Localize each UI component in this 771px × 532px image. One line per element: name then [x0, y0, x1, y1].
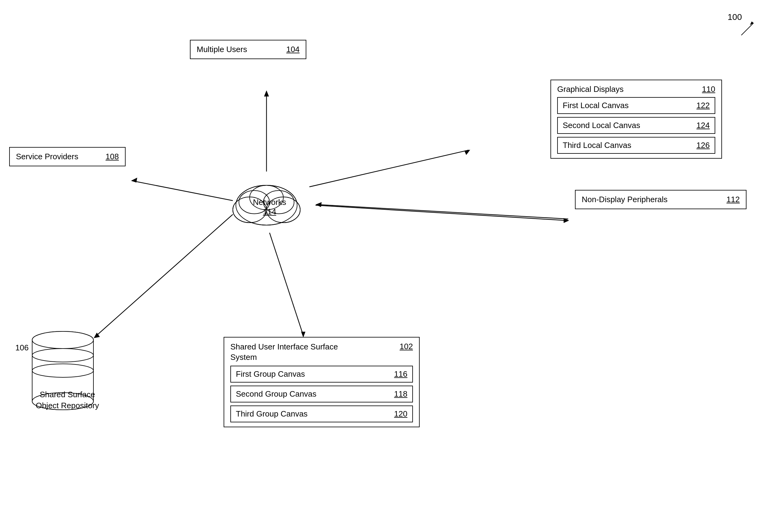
svg-marker-7: [464, 150, 470, 155]
networks-label: Networks 114: [245, 198, 294, 217]
svg-line-6: [309, 150, 469, 187]
non-display-peripherals-box: Non-Display Peripherals 112: [575, 190, 746, 209]
non-display-ref: 112: [727, 195, 740, 204]
service-providers-ref: 108: [106, 152, 119, 161]
first-local-canvas-box: First Local Canvas 122: [557, 97, 715, 114]
svg-line-10: [270, 233, 303, 335]
shared-ui-label: Shared User Interface Surface System: [230, 342, 338, 363]
first-group-canvas-label: First Group Canvas: [236, 369, 305, 379]
graphical-displays-ref: 110: [702, 85, 715, 94]
first-local-canvas-ref: 122: [697, 101, 710, 110]
second-group-canvas-box: Second Group Canvas 118: [230, 386, 413, 402]
diagram: 100 Multiple Users 104 Service Providers…: [0, 0, 771, 532]
multiple-users-label: Multiple Users: [197, 45, 286, 54]
multiple-users-ref: 104: [286, 45, 300, 54]
svg-marker-1: [750, 21, 754, 25]
shared-ui-ref: 102: [400, 342, 413, 351]
networks-ref: 114: [263, 207, 276, 216]
third-group-canvas-label: Third Group Canvas: [236, 409, 308, 419]
service-providers-label: Service Providers: [16, 152, 106, 161]
svg-line-12: [95, 214, 233, 337]
graphical-displays-label: Graphical Displays: [557, 85, 702, 94]
third-local-canvas-ref: 126: [697, 141, 710, 150]
second-local-canvas-ref: 124: [697, 121, 710, 130]
second-group-canvas-label: Second Group Canvas: [236, 389, 316, 399]
first-group-canvas-box: First Group Canvas 116: [230, 366, 413, 383]
shared-ui-surface-box: Shared User Interface Surface System 102…: [224, 337, 420, 427]
non-display-label: Non-Display Peripherals: [582, 195, 727, 204]
first-group-canvas-ref: 116: [394, 369, 407, 379]
third-local-canvas-box: Third Local Canvas 126: [557, 137, 715, 154]
svg-point-39: [32, 331, 93, 349]
service-providers-box: Service Providers 108: [9, 147, 126, 166]
third-group-canvas-ref: 120: [394, 409, 407, 419]
svg-marker-5: [131, 178, 137, 183]
second-local-canvas-box: Second Local Canvas 124: [557, 117, 715, 134]
svg-line-4: [132, 181, 233, 201]
second-local-canvas-label: Second Local Canvas: [563, 121, 640, 130]
graphical-displays-box: Graphical Displays 110 First Local Canva…: [550, 80, 722, 159]
svg-line-0: [741, 23, 754, 35]
svg-line-8: [316, 205, 567, 221]
shared-surface-ref-external: 106: [15, 343, 28, 353]
shared-surface-label: Shared Surface Object Repository: [34, 389, 101, 411]
svg-marker-15: [316, 202, 322, 207]
second-group-canvas-ref: 118: [394, 389, 407, 399]
ref-number-100: 100: [728, 12, 742, 22]
first-local-canvas-label: First Local Canvas: [563, 101, 629, 110]
svg-marker-9: [564, 218, 569, 223]
multiple-users-box: Multiple Users 104: [190, 40, 306, 59]
third-local-canvas-label: Third Local Canvas: [563, 141, 631, 150]
svg-marker-3: [264, 90, 269, 96]
svg-line-14: [318, 205, 568, 219]
third-group-canvas-box: Third Group Canvas 120: [230, 406, 413, 422]
